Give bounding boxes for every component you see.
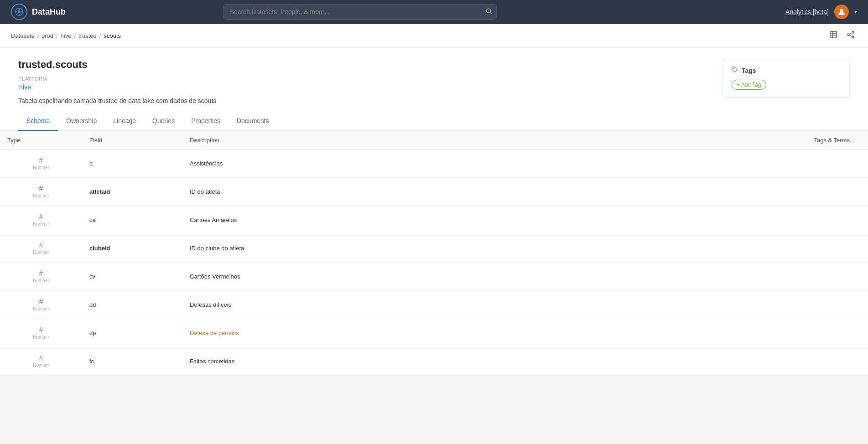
col-field: Field [82,131,182,150]
breadcrumb-datasets[interactable]: Datasets [11,32,34,39]
tab-properties[interactable]: Properties [183,112,229,131]
col-type: Type [0,131,82,150]
tab-queries[interactable]: Queries [144,112,183,131]
top-navigation: DataHub Analytics [beta] ▾ [0,0,868,24]
tag-icon [732,67,738,74]
table-row: # Number dp Defesa de penaltis [0,319,868,347]
field-cell: cv [82,263,182,291]
table-row: # Number dd Defesas dificeis [0,291,868,319]
type-icon: # [39,298,43,305]
breadcrumb-current: scouts [104,32,121,39]
breadcrumb: Datasets / prod / hive / trusted / scout… [11,32,121,39]
description-text: Cartões Vermelhos [190,273,240,280]
tab-documents[interactable]: Documents [229,112,277,131]
tags-terms-cell [768,291,868,319]
tags-terms-cell [768,150,868,178]
table-row: # Number clubeid ID do clube do atleta [0,234,868,263]
type-cell: # Number [0,319,82,347]
svg-point-14 [852,36,854,38]
svg-point-18 [733,68,734,69]
type-cell: # Number [0,291,82,319]
field-name: ca [89,217,96,223]
add-tag-button[interactable]: + Add Tag [732,80,766,90]
field-name: cv [89,273,95,280]
tags-terms-cell [768,206,868,234]
description-text: ID do atleta [190,188,220,195]
description-cell: Assistências [182,150,768,178]
breadcrumb-actions [827,29,857,42]
field-cell: clubeid [82,234,182,263]
svg-point-15 [847,34,849,36]
type-icon: # [39,213,43,221]
share-button[interactable] [844,29,857,42]
description-cell: Cartões Amarelos [182,206,768,234]
field-cell: dd [82,291,182,319]
tags-terms-cell [768,263,868,291]
svg-point-8 [840,9,843,12]
table-row: # Number fc Faltas cometidas [0,347,868,376]
tags-title-text: Tags [742,67,756,74]
type-icon: # [39,326,43,334]
field-cell: atletaid [82,178,182,206]
search-input[interactable] [223,4,497,20]
type-label: Number [33,165,49,170]
description-cell: ID do clube do atleta [182,234,768,263]
type-icon: # [39,185,43,192]
description-text: ID do clube do atleta [190,245,244,252]
svg-point-13 [852,31,854,33]
nav-right: Analytics [beta] ▾ [785,5,857,19]
type-icon: # [39,242,43,249]
field-cell: fc [82,347,182,376]
dataset-info: trusted.scouts Platform Hive Tabela espe… [18,59,704,104]
analytics-link[interactable]: Analytics [beta] [785,8,829,15]
type-label: Number [33,250,49,255]
dataset-title: trusted.scouts [18,59,704,71]
col-tags-terms: Tags & Terms [768,131,868,150]
main-content: trusted.scouts Platform Hive Tabela espe… [0,48,868,376]
field-name: fc [89,358,94,365]
logo-area[interactable]: DataHub [11,4,75,20]
type-label: Number [33,306,49,311]
tags-terms-cell [768,319,868,347]
type-cell: # Number [0,150,82,178]
field-cell: a [82,150,182,178]
type-cell: # Number [0,347,82,376]
svg-point-1 [18,10,21,13]
table-row: # Number cv Cartões Vermelhos [0,263,868,291]
user-avatar[interactable] [834,5,849,19]
svg-rect-9 [830,31,837,38]
search-bar [223,4,497,20]
type-icon: # [39,157,43,164]
type-label: Number [33,278,49,283]
tab-lineage[interactable]: Lineage [105,112,144,131]
field-cell: dp [82,319,182,347]
tags-terms-cell [768,178,868,206]
tabs: Schema Ownership Lineage Queries Propert… [18,112,850,130]
type-label: Number [33,363,49,368]
description-text: Assistências [190,160,223,167]
user-menu-chevron[interactable]: ▾ [854,9,857,15]
type-label: Number [33,193,49,198]
breadcrumb-prod[interactable]: prod [42,32,53,39]
svg-line-7 [490,12,492,14]
tab-schema[interactable]: Schema [18,112,58,131]
tab-ownership[interactable]: Ownership [58,112,105,131]
type-label: Number [33,335,49,340]
field-name: dp [89,330,96,336]
type-icon: # [39,355,43,362]
svg-line-16 [849,33,852,34]
type-cell: # Number [0,206,82,234]
table-view-button[interactable] [827,29,840,42]
breadcrumb-trusted[interactable]: trusted [78,32,97,39]
description-link[interactable]: Defesa de penaltis [190,330,239,336]
schema-table-header: Type Field Description Tags & Terms [0,131,868,150]
tags-terms-cell [768,234,868,263]
field-name: clubeid [89,245,110,252]
field-cell: ca [82,206,182,234]
table-row: # Number a Assistências [0,150,868,178]
tags-panel: Tags + Add Tag [722,59,850,98]
description-cell: Cartões Vermelhos [182,263,768,291]
platform-value[interactable]: Hive [18,83,704,91]
breadcrumb-hive[interactable]: hive [61,32,72,39]
type-cell: # Number [0,178,82,206]
